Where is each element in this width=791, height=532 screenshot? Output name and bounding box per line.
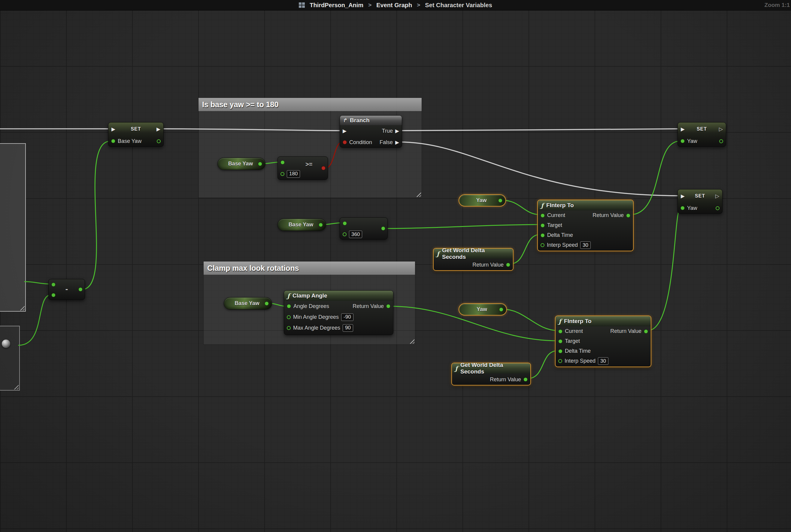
blueprint-icon — [299, 2, 305, 8]
get-base-yaw-node-3[interactable]: Base Yaw — [224, 297, 272, 309]
pin-label: Interp Speed — [565, 358, 596, 364]
wire-data-sub360-to-finterp1-target[interactable] — [385, 225, 540, 228]
pin-label: Delta Time — [547, 232, 573, 239]
subtract-360-node[interactable]: 360 — [340, 217, 388, 240]
input-pin-a[interactable] — [343, 221, 347, 226]
output-pin[interactable] — [499, 307, 503, 312]
get-world-delta-seconds-node-2[interactable]: ƒ Get World Delta Seconds Return Value — [451, 363, 531, 385]
pin-label: Base Yaw — [118, 138, 142, 145]
finterp-to-node-2[interactable]: ƒ FInterp To Current Return Value Target… — [555, 316, 651, 367]
min-angle-value-field[interactable]: -90 — [341, 314, 354, 321]
subtract-node[interactable]: - — [48, 279, 85, 300]
output-pin[interactable] — [258, 162, 262, 166]
return-value-output-pin[interactable] — [523, 377, 528, 382]
max-angle-value-field[interactable]: 90 — [343, 324, 353, 332]
current-input-pin[interactable] — [558, 329, 563, 334]
return-value-output-pin[interactable] — [626, 213, 630, 218]
wire-data-gwds1-to-finterp1-delta[interactable] — [510, 234, 540, 264]
node-title: Clamp Angle — [293, 292, 327, 299]
max-angle-input-pin[interactable] — [287, 326, 291, 330]
target-input-pin[interactable] — [541, 223, 545, 228]
target-input-pin[interactable] — [558, 339, 563, 343]
yaw-input-pin[interactable] — [680, 206, 685, 210]
wire-data-yaw-to-finterp2-current[interactable] — [503, 309, 558, 330]
node-title: SET — [678, 127, 726, 132]
breadcrumb-separator-icon: > — [417, 2, 420, 8]
node-title: FInterp To — [564, 318, 591, 325]
pin-label: Condition — [349, 139, 372, 146]
interp-speed-value-field[interactable]: 30 — [580, 241, 591, 249]
exec-true-pin[interactable]: ▶ — [395, 129, 399, 134]
wire-data-finterp1-return-to-set-yaw-1[interactable] — [630, 141, 680, 215]
breadcrumb-item-graph[interactable]: Event Graph — [376, 2, 412, 9]
set-yaw-node-1[interactable]: ▶ SET ▷ Yaw — [677, 122, 726, 147]
wire-exec-branch-false-to-set-yaw-2[interactable] — [399, 142, 680, 196]
wire-exec-branch-true-to-set-yaw-1[interactable] — [399, 129, 680, 131]
min-angle-input-pin[interactable] — [287, 315, 291, 319]
value-field[interactable]: 360 — [349, 231, 362, 238]
value-field[interactable]: 180 — [287, 170, 300, 178]
bool-output-pin[interactable] — [321, 166, 325, 170]
current-input-pin[interactable] — [541, 213, 545, 218]
pin-label: Min Angle Degrees — [293, 314, 339, 320]
clamp-angle-node[interactable]: ƒ Clamp Angle Angle Degrees Return Value… — [284, 290, 393, 335]
exec-in-pin[interactable]: ▶ — [343, 129, 346, 134]
pin-label: Return Value — [592, 212, 624, 218]
wire-data-offscreen-to-subtract-b[interactable] — [19, 295, 51, 345]
wire-data-offscreen-to-subtract-a[interactable] — [25, 282, 51, 284]
input-pin-b[interactable] — [51, 293, 56, 297]
variable-label: Base Yaw — [283, 222, 319, 228]
greater-equal-node[interactable]: >= 180 — [278, 156, 328, 180]
get-yaw-node-1[interactable]: Yaw — [458, 194, 506, 207]
angle-degrees-input-pin[interactable] — [287, 304, 291, 308]
branch-node[interactable]: ↱ Branch ▶ True ▶ Condition False ▶ — [340, 115, 402, 148]
input-pin-b[interactable] — [343, 232, 346, 236]
wire-exec-set-to-branch[interactable] — [161, 129, 343, 131]
output-pin[interactable] — [498, 198, 503, 203]
output-pin[interactable] — [265, 301, 269, 306]
wire-data-yaw-to-finterp1-current[interactable] — [502, 200, 540, 215]
finterp-to-node-1[interactable]: ƒ FInterp To Current Return Value Target… — [537, 200, 634, 251]
interp-speed-input-pin[interactable] — [541, 243, 544, 247]
base-yaw-input-pin[interactable] — [111, 139, 115, 143]
yaw-output-pin[interactable] — [719, 139, 723, 143]
condition-input-pin[interactable] — [343, 140, 347, 145]
set-yaw-node-2[interactable]: ▶ SET ▷ Yaw — [677, 189, 722, 214]
variable-label: Base Yaw — [223, 160, 258, 167]
exec-false-pin[interactable]: ▶ — [395, 140, 399, 145]
base-yaw-output-pin[interactable] — [157, 139, 161, 143]
get-base-yaw-node-2[interactable]: Base Yaw — [278, 218, 326, 231]
pin-label: Return Value — [472, 262, 504, 268]
return-value-output-pin[interactable] — [506, 263, 510, 267]
breadcrumb-item-subgraph[interactable]: Set Character Variables — [425, 2, 492, 9]
delta-time-input-pin[interactable] — [558, 349, 563, 353]
return-value-output-pin[interactable] — [386, 304, 390, 308]
variable-label: Yaw — [465, 197, 498, 204]
input-pin-a[interactable] — [51, 283, 56, 287]
get-yaw-node-2[interactable]: Yaw — [458, 303, 507, 316]
pin-label: Max Angle Degrees — [293, 325, 340, 331]
variable-label: Yaw — [465, 306, 499, 312]
return-value-output-pin[interactable] — [644, 329, 648, 334]
yaw-output-pin[interactable] — [716, 206, 719, 210]
wire-data-subtract-to-set-baseyaw[interactable] — [82, 141, 111, 289]
pin-label: Current — [547, 212, 565, 218]
yaw-input-pin[interactable] — [680, 139, 685, 143]
get-base-yaw-node-1[interactable]: Base Yaw — [218, 158, 265, 170]
output-pin[interactable] — [78, 287, 82, 291]
breadcrumb-item-asset[interactable]: ThirdPerson_Anim — [309, 2, 363, 9]
set-base-yaw-node[interactable]: ▶ SET ▶ Base Yaw — [108, 122, 164, 147]
get-world-delta-seconds-node-1[interactable]: ƒ Get World Delta Seconds Return Value — [433, 248, 513, 271]
input-pin-a[interactable] — [281, 160, 285, 165]
delta-time-input-pin[interactable] — [541, 233, 545, 238]
node-title: FInterp To — [546, 202, 573, 209]
wire-data-gwds2-to-finterp2-delta[interactable] — [527, 351, 558, 379]
wire-data-finterp2-return-to-set-yaw-2[interactable] — [648, 208, 680, 330]
output-pin[interactable] — [381, 226, 385, 231]
output-pin[interactable] — [319, 223, 323, 227]
interp-speed-value-field[interactable]: 30 — [598, 357, 608, 365]
blueprint-graph-canvas[interactable]: Is base yaw >= to 180 Clamp max look rot… — [0, 0, 791, 532]
interp-speed-input-pin[interactable] — [558, 359, 562, 363]
pin-label: Return Value — [610, 328, 641, 335]
input-pin-b[interactable] — [281, 172, 284, 176]
